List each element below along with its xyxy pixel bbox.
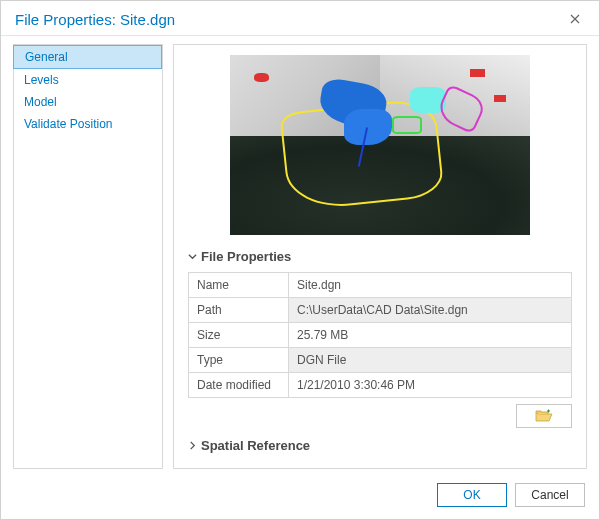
- sidebar-item-model[interactable]: Model: [14, 91, 162, 113]
- main-panel: File Properties Name Site.dgn Path C:\Us…: [173, 44, 587, 469]
- sidebar-item-label: Levels: [24, 73, 59, 87]
- ok-button[interactable]: OK: [437, 483, 507, 507]
- sidebar-item-label: General: [25, 50, 68, 64]
- chevron-right-icon: [188, 441, 197, 450]
- table-row: Date modified 1/21/2010 3:30:46 PM: [189, 373, 572, 398]
- prop-key: Date modified: [189, 373, 289, 398]
- open-folder-row: [188, 404, 572, 428]
- section-toggle-file-properties[interactable]: File Properties: [188, 245, 572, 268]
- dialog-body: General Levels Model Validate Position F…: [1, 36, 599, 473]
- sidebar-item-levels[interactable]: Levels: [14, 69, 162, 91]
- sidebar-item-validate-position[interactable]: Validate Position: [14, 113, 162, 135]
- section-toggle-spatial-reference[interactable]: Spatial Reference: [188, 434, 572, 457]
- button-label: Cancel: [531, 488, 568, 502]
- file-thumbnail: [230, 55, 530, 235]
- file-properties-table: Name Site.dgn Path C:\UserData\CAD Data\…: [188, 272, 572, 398]
- file-properties-dialog: File Properties: Site.dgn General Levels…: [0, 0, 600, 520]
- prop-key: Path: [189, 298, 289, 323]
- table-row: Type DGN File: [189, 348, 572, 373]
- section-file-properties: File Properties Name Site.dgn Path C:\Us…: [188, 245, 572, 428]
- open-folder-button[interactable]: [516, 404, 572, 428]
- table-row: Path C:\UserData\CAD Data\Site.dgn: [189, 298, 572, 323]
- sidebar-item-label: Model: [24, 95, 57, 109]
- button-label: OK: [463, 488, 480, 502]
- dialog-footer: OK Cancel: [1, 473, 599, 519]
- section-world-file-transformation: World File Transformation: [188, 463, 572, 469]
- section-title: File Properties: [201, 249, 291, 264]
- prop-key: Type: [189, 348, 289, 373]
- chevron-down-icon: [188, 252, 197, 261]
- close-button[interactable]: [561, 7, 589, 31]
- table-row: Size 25.79 MB: [189, 323, 572, 348]
- sidebar-item-label: Validate Position: [24, 117, 113, 131]
- prop-key: Size: [189, 323, 289, 348]
- section-toggle-world-file[interactable]: World File Transformation: [188, 463, 572, 469]
- prop-val: C:\UserData\CAD Data\Site.dgn: [289, 298, 572, 323]
- prop-val: 25.79 MB: [289, 323, 572, 348]
- section-title: Spatial Reference: [201, 438, 310, 453]
- folder-open-icon: [535, 409, 553, 423]
- prop-key: Name: [189, 273, 289, 298]
- prop-val: DGN File: [289, 348, 572, 373]
- section-spatial-reference: Spatial Reference: [188, 434, 572, 457]
- prop-val: Site.dgn: [289, 273, 572, 298]
- cancel-button[interactable]: Cancel: [515, 483, 585, 507]
- table-row: Name Site.dgn: [189, 273, 572, 298]
- sidebar: General Levels Model Validate Position: [13, 44, 163, 469]
- close-icon: [570, 14, 580, 24]
- section-title: World File Transformation: [201, 467, 362, 469]
- sidebar-item-general[interactable]: General: [13, 45, 162, 69]
- prop-val: 1/21/2010 3:30:46 PM: [289, 373, 572, 398]
- dialog-title: File Properties: Site.dgn: [15, 11, 175, 28]
- titlebar: File Properties: Site.dgn: [1, 1, 599, 36]
